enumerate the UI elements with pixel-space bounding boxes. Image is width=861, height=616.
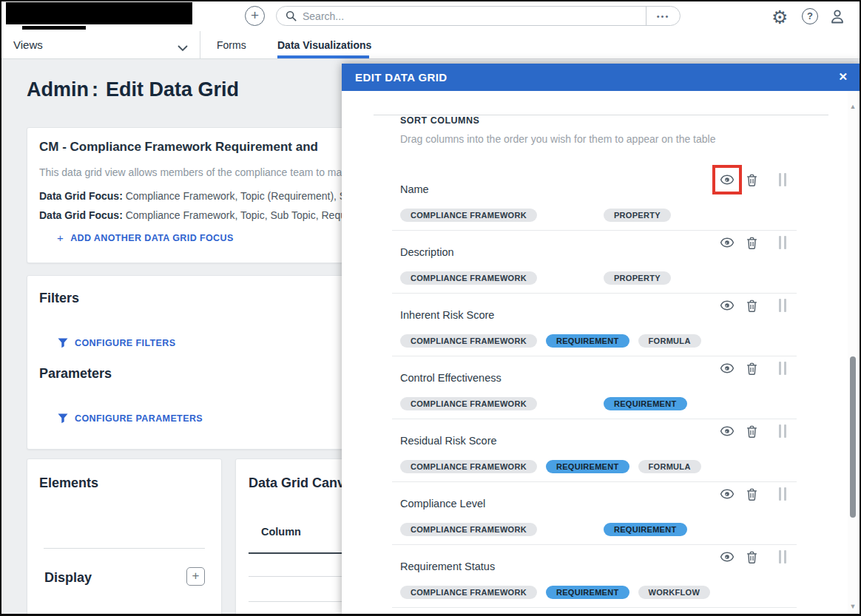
column-header: Column <box>261 526 301 538</box>
row-actions <box>720 487 786 501</box>
global-add-button[interactable]: + <box>245 6 265 26</box>
add-another-data-grid-focus-link[interactable]: + ADD ANOTHER DATA GRID FOCUS <box>57 231 234 244</box>
tab-bar: Views Forms Data Visualizations <box>1 31 860 59</box>
drag-handle-icon[interactable] <box>769 173 786 186</box>
scrollbar-thumb[interactable] <box>850 356 856 518</box>
column-name: Description <box>400 246 454 258</box>
column-row: NameCOMPLIANCE FRAMEWORKPROPERTY <box>392 168 797 231</box>
elements-heading: Elements <box>39 475 98 491</box>
configure-parameters-link[interactable]: CONFIGURE PARAMETERS <box>58 413 203 424</box>
filters-heading: Filters <box>39 291 79 306</box>
row-actions <box>720 549 786 564</box>
tag-pill: COMPLIANCE FRAMEWORK <box>400 460 537 473</box>
tag-pill: FORMULA <box>638 460 701 473</box>
tag-pill: REQUIREMENT <box>546 586 629 599</box>
data-grid-focus-line: Data Grid Focus: Compliance Framework, T… <box>39 209 348 221</box>
visibility-eye-icon[interactable] <box>720 487 735 501</box>
tag-pill: PROPERTY <box>604 271 671 285</box>
visibility-eye-icon[interactable] <box>720 172 735 187</box>
search-icon <box>286 10 297 21</box>
search-more-button[interactable]: ••• <box>646 7 680 25</box>
red-highlight-box <box>712 165 742 194</box>
data-grid-name: CM - Compliance Framework Requirement an… <box>39 140 318 155</box>
visibility-eye-icon[interactable] <box>720 235 735 250</box>
page-title-prefix: Admin <box>27 78 89 101</box>
tab-divider <box>200 31 200 59</box>
column-row: Compliance LevelCOMPLIANCE FRAMEWORKREQU… <box>392 482 797 545</box>
tag-list: COMPLIANCE FRAMEWORKREQUIREMENT <box>400 397 687 410</box>
row-actions <box>720 235 786 250</box>
scroll-down-arrow-icon[interactable]: ▼ <box>848 603 858 610</box>
parameters-heading: Parameters <box>39 366 112 382</box>
configure-filters-link[interactable]: CONFIGURE FILTERS <box>58 338 175 348</box>
delete-trash-icon[interactable] <box>744 487 759 501</box>
filter-funnel-icon <box>58 338 68 348</box>
edit-data-grid-modal: EDIT DATA GRID ✕ SORT COLUMNS Drag colum… <box>342 64 861 616</box>
user-avatar-icon[interactable] <box>828 7 846 28</box>
delete-trash-icon[interactable] <box>744 424 759 439</box>
column-row: Residual Risk ScoreCOMPLIANCE FRAMEWORKR… <box>392 419 797 482</box>
visibility-eye-icon[interactable] <box>720 298 735 313</box>
tag-pill: FORMULA <box>638 334 701 348</box>
tag-pill: WORKFLOW <box>638 586 711 599</box>
focus-label: Data Grid Focus: <box>39 209 123 221</box>
column-name: Compliance Level <box>400 498 485 510</box>
views-dropdown[interactable]: Views <box>13 38 43 51</box>
close-icon[interactable]: ✕ <box>838 70 848 84</box>
search-input[interactable]: Search... ••• <box>276 6 681 26</box>
tag-pill: COMPLIANCE FRAMEWORK <box>400 334 537 348</box>
column-row: Control EffectivenessCOMPLIANCE FRAMEWOR… <box>392 356 797 419</box>
scroll-up-arrow-icon[interactable]: ▲ <box>848 103 858 110</box>
tag-pill: REQUIREMENT <box>604 397 687 410</box>
modal-title: EDIT DATA GRID <box>355 64 447 91</box>
tag-pill: REQUIREMENT <box>546 334 629 348</box>
tag-list: COMPLIANCE FRAMEWORKREQUIREMENTFORMULA <box>400 334 701 348</box>
column-row: Requirement StatusCOMPLIANCE FRAMEWORKRE… <box>392 545 797 608</box>
search-placeholder: Search... <box>303 10 344 22</box>
app-logo-redacted <box>6 2 192 24</box>
app-screen: + Search... ••• ⚙ ? Views Forms Data Vis… <box>0 0 861 616</box>
delete-trash-icon[interactable] <box>744 361 759 376</box>
tag-pill: REQUIREMENT <box>604 523 687 536</box>
chevron-down-icon[interactable] <box>178 41 188 55</box>
drag-handle-icon[interactable] <box>769 362 786 375</box>
page-title-separator: : <box>92 78 98 101</box>
elements-card: Elements Display + <box>27 458 222 616</box>
tab-data-visualizations[interactable]: Data Visualizations <box>277 39 371 51</box>
visibility-eye-icon[interactable] <box>720 549 735 564</box>
column-row: Inherent Risk ScoreCOMPLIANCE FRAMEWORKR… <box>392 294 797 356</box>
row-actions <box>720 361 786 376</box>
settings-gear-icon[interactable]: ⚙ <box>771 4 788 30</box>
tag-list: COMPLIANCE FRAMEWORKPROPERTY <box>400 209 671 222</box>
drag-handle-icon[interactable] <box>769 550 786 563</box>
data-grid-focus-line: Data Grid Focus: Compliance Framework, T… <box>39 190 352 202</box>
tag-pill: COMPLIANCE FRAMEWORK <box>400 271 537 285</box>
help-icon[interactable]: ? <box>802 8 818 24</box>
row-actions <box>720 172 786 187</box>
filter-funnel-icon <box>58 413 68 424</box>
delete-trash-icon[interactable] <box>744 549 759 564</box>
focus-value: Compliance Framework, Topic, Sub Topic, … <box>126 209 348 221</box>
visibility-eye-icon[interactable] <box>720 424 735 439</box>
active-tab-underline <box>277 55 369 58</box>
tag-list: COMPLIANCE FRAMEWORKREQUIREMENTFORMULA <box>400 460 701 473</box>
tab-forms[interactable]: Forms <box>217 39 246 51</box>
drag-handle-icon[interactable] <box>769 236 786 249</box>
display-label: Display <box>44 570 92 586</box>
row-divider <box>392 607 797 608</box>
drag-handle-icon[interactable] <box>769 487 786 501</box>
top-bar: + Search... ••• ⚙ ? <box>1 1 860 31</box>
visibility-eye-icon[interactable] <box>720 361 735 376</box>
drag-handle-icon[interactable] <box>769 424 786 438</box>
tag-pill: COMPLIANCE FRAMEWORK <box>400 397 537 410</box>
delete-trash-icon[interactable] <box>744 298 759 313</box>
sort-columns-hint: Drag columns into the order you wish for… <box>400 133 715 145</box>
drag-handle-icon[interactable] <box>769 299 786 312</box>
delete-trash-icon[interactable] <box>744 172 759 187</box>
delete-trash-icon[interactable] <box>744 235 759 250</box>
tag-list: COMPLIANCE FRAMEWORKREQUIREMENTWORKFLOW <box>400 586 710 599</box>
add-display-button[interactable]: + <box>186 567 205 586</box>
tag-pill: COMPLIANCE FRAMEWORK <box>400 209 537 222</box>
modal-scrollbar[interactable]: ▲ ▼ <box>848 91 858 616</box>
column-name: Control Effectiveness <box>400 372 502 384</box>
